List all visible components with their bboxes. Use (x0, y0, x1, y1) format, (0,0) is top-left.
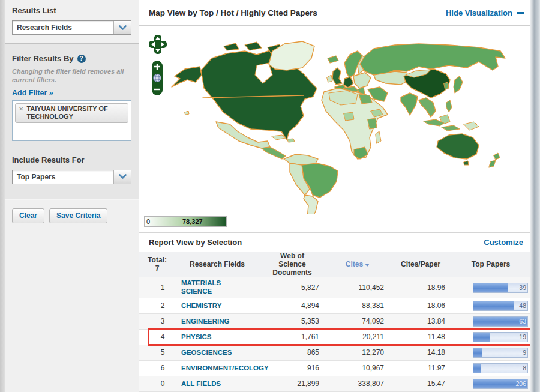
cites-value: 20,211 (325, 333, 390, 341)
table-row: 6 ENVIRONMENT/ECOLOGY 916 10,967 11.97 8 (139, 361, 530, 376)
top-papers-bar-fill (473, 283, 508, 292)
cites-per-paper-value: 11.97 (390, 364, 451, 372)
esi-indicators-page: { "sidebar": { "results_list_label": "Re… (0, 0, 540, 392)
top-papers-bar: 8 (473, 363, 528, 373)
main-panel: Map View by Top / Hot / Highly Cited Pap… (139, 0, 540, 392)
top-papers-bar-fill (473, 364, 481, 373)
column-header-wos-documents: Web of Science Documents (259, 252, 325, 277)
top-papers-bar-fill (473, 348, 482, 357)
top-papers-cell: 8 (451, 363, 530, 373)
top-papers-bar-fill (473, 301, 514, 310)
clear-button[interactable]: Clear (12, 208, 44, 223)
remove-filter-icon[interactable]: ✕ (19, 106, 23, 112)
research-field-link[interactable]: CHEMISTRY (181, 302, 221, 310)
rank-value: 5 (139, 348, 175, 357)
wos-documents-value: 916 (259, 364, 325, 372)
sort-desc-icon (365, 264, 370, 267)
chevron-down-icon (113, 170, 131, 184)
top-papers-bar-value: 48 (519, 302, 526, 309)
filter-sidebar: Results List Research Fields Filter Resu… (0, 0, 139, 392)
cites-value: 110,452 (325, 283, 390, 292)
rank-value: 1 (139, 283, 175, 292)
collapse-minus-icon (517, 12, 524, 14)
column-header-top-papers: Top Papers (451, 261, 530, 269)
filter-tag[interactable]: ✕ TAIYUAN UNIVERSITY OF TECHNOLOGY (15, 103, 128, 123)
cites-per-paper-value: 18.06 (390, 301, 451, 310)
map-zoom-control[interactable] (152, 61, 163, 95)
cites-value: 10,967 (325, 364, 390, 372)
wos-documents-value: 1,761 (259, 333, 325, 341)
rank-value: 4 (139, 333, 175, 341)
research-field-link[interactable]: MATERIALS SCIENCE (181, 279, 248, 296)
research-field-link[interactable]: GEOSCIENCES (181, 349, 232, 357)
cites-value: 74,092 (325, 317, 390, 325)
globe-icon (154, 74, 161, 82)
active-filters-box: ✕ TAIYUAN UNIVERSITY OF TECHNOLOGY (12, 100, 131, 141)
top-papers-cell: 19 (451, 332, 530, 342)
map-view-title: Map View by Top / Hot / Highly Cited Pap… (149, 8, 317, 17)
top-papers-cell: 39 (451, 283, 530, 293)
wos-documents-value: 5,827 (259, 283, 325, 292)
total-header: Total: 7 (139, 256, 175, 273)
research-field-link[interactable]: ENGINEERING (181, 318, 230, 326)
save-criteria-button[interactable]: Save Criteria (49, 208, 107, 223)
map-view-header: Map View by Top / Hot / Highly Cited Pap… (139, 0, 540, 26)
wos-documents-value: 865 (259, 348, 325, 357)
map-visualization-area: 0 78,327 (139, 26, 540, 232)
table-row: 4 PHYSICS 1,761 20,211 11.48 19 (139, 330, 530, 345)
research-field-link[interactable]: PHYSICS (181, 333, 212, 342)
top-papers-bar-value: 39 (519, 284, 526, 291)
help-icon[interactable]: ? (77, 55, 86, 63)
rank-value: 0 (139, 379, 175, 388)
wos-documents-value: 4,894 (259, 301, 325, 310)
top-papers-bar: 19 (473, 332, 528, 342)
rank-value: 3 (139, 317, 175, 325)
top-papers-bar: 9 (473, 348, 528, 358)
sidebar-left-edge (0, 0, 5, 392)
report-table-header: Total: 7 Research Fields Web of Science … (139, 252, 530, 277)
top-papers-bar-value: 206 (515, 380, 526, 387)
top-papers-bar-value: 8 (523, 364, 526, 372)
add-filter-link[interactable]: Add Filter » (12, 89, 53, 97)
cites-per-paper-value: 14.18 (390, 348, 451, 357)
scale-max-label: 78,327 (182, 218, 203, 225)
world-map[interactable] (167, 40, 521, 214)
column-header-research-fields: Research Fields (175, 261, 259, 269)
results-list-dropdown[interactable]: Research Fields (12, 20, 131, 35)
cites-per-paper-value: 15.47 (390, 379, 451, 388)
research-field-link[interactable]: ALL FIELDS (181, 380, 221, 388)
cites-value: 12,270 (325, 348, 390, 357)
research-field-link[interactable]: ENVIRONMENT/ECOLOGY (181, 364, 248, 373)
column-header-cites-per-paper: Cites/Paper (390, 261, 451, 269)
include-results-dropdown[interactable]: Top Papers (12, 170, 131, 184)
hide-visualization-label: Hide Visualization (446, 8, 512, 17)
top-papers-bar-value: 19 (519, 333, 526, 340)
top-papers-bar-value: 9 (523, 349, 526, 356)
top-papers-cell: 9 (451, 348, 530, 358)
rank-value: 6 (139, 364, 175, 372)
customize-link[interactable]: Customize (484, 238, 523, 247)
scale-min-label: 0 (145, 218, 150, 225)
top-papers-cell: 206 (451, 379, 530, 389)
table-row: 0 ALL FIELDS 21,899 338,807 15.47 206 (139, 376, 530, 392)
actions-section: Clear Save Criteria (0, 200, 139, 392)
top-papers-bar-fill (473, 333, 490, 342)
hide-visualization-link[interactable]: Hide Visualization (446, 8, 524, 17)
top-papers-cell: 63 (451, 316, 530, 327)
report-view-title: Report View by Selection (149, 238, 242, 247)
filter-note: Changing the filter field removes all cu… (12, 68, 131, 85)
map-pan-control[interactable] (149, 34, 167, 55)
include-results-heading: Include Results For (12, 155, 131, 164)
cites-per-paper-value: 13.84 (390, 317, 451, 325)
table-row: 3 ENGINEERING 5,353 74,092 13.84 63 (139, 314, 530, 330)
top-papers-bar: 206 (473, 379, 528, 389)
table-row: 5 GEOSCIENCES 865 12,270 14.18 9 (139, 345, 530, 361)
top-papers-bar: 39 (473, 283, 528, 293)
wos-documents-value: 21,899 (259, 379, 325, 388)
column-header-cites-sort[interactable]: Cites (325, 261, 390, 269)
cites-value: 338,807 (325, 379, 390, 388)
report-table: Total: 7 Research Fields Web of Science … (139, 252, 530, 392)
top-papers-bar-value: 63 (519, 318, 526, 325)
cites-per-paper-value: 11.48 (390, 333, 451, 341)
map-color-scale: 0 78,327 (144, 216, 227, 227)
